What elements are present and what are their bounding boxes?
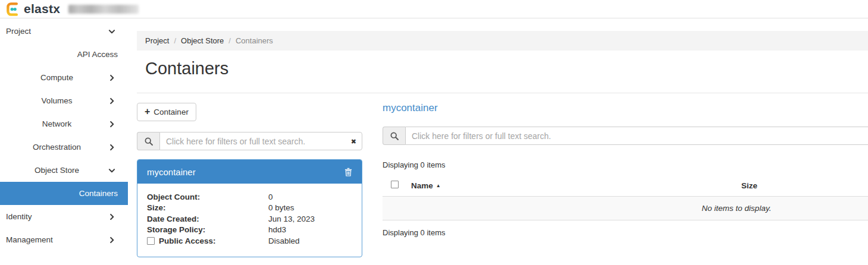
elastx-logo-icon (6, 2, 21, 17)
app-window: elastx Project API Access Compute Volume… (0, 0, 868, 265)
chevron-right-icon (108, 144, 115, 151)
sidebar-item-label: Compute (40, 73, 73, 82)
field-value: 0 (268, 193, 273, 201)
items-count-bottom: Displaying 0 items (383, 228, 868, 237)
sidebar-item-project[interactable]: Project (0, 20, 128, 43)
page-title: Containers (145, 59, 228, 78)
field-value: hdd3 (268, 225, 286, 234)
chevron-right-icon (108, 97, 115, 105)
field-size: Size: 0 bytes (147, 203, 352, 214)
breadcrumb-object-store[interactable]: Object Store (181, 36, 224, 45)
field-label: Storage Policy: (147, 225, 268, 234)
chevron-right-icon (108, 121, 115, 128)
breadcrumb-separator: / (228, 36, 231, 45)
sort-ascending-icon: ▲ (436, 183, 441, 188)
sidebar-item-object-store[interactable]: Object Store (0, 159, 128, 182)
sidebar-item-label: Containers (79, 189, 118, 198)
sidebar-item-network[interactable]: Network (0, 112, 128, 135)
chevron-down-icon (108, 167, 115, 174)
objects-table: Name▲ Size No items to display. (383, 175, 868, 220)
sidebar-item-label: Orchestration (33, 143, 81, 152)
chevron-right-icon (108, 236, 115, 244)
selected-container-link[interactable]: mycontainer (383, 102, 438, 114)
sidebar-item-label: Volumes (42, 96, 73, 105)
empty-message: No items to display. (383, 197, 868, 220)
field-label: Size: (147, 203, 268, 212)
container-card: mycontainer Object Count: 0 (137, 159, 362, 257)
field-value: Jun 13, 2023 (268, 214, 315, 223)
objects-search-group (383, 127, 868, 145)
chevron-right-icon (108, 74, 115, 81)
empty-table-row: No items to display. (383, 197, 868, 220)
containers-search-group: ✖ (137, 132, 362, 150)
sidebar-nav: Project API Access Compute Volumes Netwo… (0, 18, 128, 251)
column-label: Size (741, 181, 757, 190)
sidebar-item-compute[interactable]: Compute (0, 66, 128, 89)
create-container-button[interactable]: + Container (137, 103, 196, 121)
chevron-right-icon (108, 213, 115, 220)
brand-link[interactable]: elastx (6, 2, 60, 17)
field-label: Date Created: (147, 214, 268, 223)
field-date-created: Date Created: Jun 13, 2023 (147, 213, 352, 225)
field-value: Disabled (268, 236, 300, 245)
sidebar-item-label: Project (6, 27, 31, 36)
sidebar-item-containers[interactable]: Containers (0, 182, 128, 205)
field-label-text: Public Access: (159, 236, 216, 245)
breadcrumb-containers: Containers (236, 36, 273, 45)
create-container-label: Container (153, 108, 189, 116)
plus-icon: + (145, 107, 150, 117)
container-card-header[interactable]: mycontainer (137, 160, 362, 184)
sidebar-item-api-access[interactable]: API Access (0, 43, 128, 66)
items-count-top: Displaying 0 items (383, 160, 868, 169)
field-object-count: Object Count: 0 (147, 191, 352, 203)
chevron-down-icon (108, 28, 115, 35)
sidebar-item-label: Network (42, 119, 72, 128)
sidebar-item-management[interactable]: Management (0, 228, 128, 251)
column-label: Name (411, 181, 433, 190)
field-public-access: Public Access: Disabled (147, 235, 352, 247)
column-header-name[interactable]: Name▲ (406, 175, 737, 197)
delete-container-icon[interactable] (344, 168, 352, 176)
clear-search-icon[interactable]: ✖ (351, 138, 356, 144)
containers-panel: + Container ✖ mycontainer (137, 103, 362, 257)
objects-panel: mycontainer Displaying 0 items Name▲ (383, 102, 868, 237)
table-header-row: Name▲ Size (383, 175, 868, 197)
container-name: mycontainer (147, 167, 196, 177)
select-all-checkbox[interactable] (391, 181, 399, 188)
field-label: Object Count: (147, 193, 268, 201)
sidebar-item-orchestration[interactable]: Orchestration (0, 135, 128, 159)
search-icon[interactable] (137, 132, 159, 150)
field-value: 0 bytes (268, 203, 294, 212)
sidebar-item-label: Identity (6, 212, 32, 221)
search-icon[interactable] (383, 127, 405, 145)
sidebar-item-label: API Access (77, 50, 118, 59)
sidebar-item-label: Object Store (35, 166, 79, 175)
field-label: Public Access: (147, 236, 268, 245)
objects-search-input[interactable] (405, 127, 868, 145)
breadcrumb: Project / Object Store / Containers (137, 31, 868, 51)
sidebar-item-label: Management (6, 235, 53, 244)
select-all-cell (383, 175, 406, 197)
sidebar-item-volumes[interactable]: Volumes (0, 89, 128, 112)
breadcrumb-separator: / (174, 36, 176, 45)
sidebar-item-identity[interactable]: Identity (0, 205, 128, 228)
container-card-body: Object Count: 0 Size: 0 bytes Date Creat… (137, 184, 362, 257)
public-access-checkbox[interactable] (147, 237, 155, 245)
field-storage-policy: Storage Policy: hdd3 (147, 225, 352, 236)
top-header: elastx (0, 0, 868, 18)
title-divider (137, 93, 868, 93)
brand-name: elastx (24, 2, 60, 16)
containers-search-input[interactable] (159, 132, 362, 150)
column-header-size[interactable]: Size (737, 175, 868, 197)
blurred-project-name (68, 5, 139, 14)
breadcrumb-project[interactable]: Project (145, 36, 169, 45)
